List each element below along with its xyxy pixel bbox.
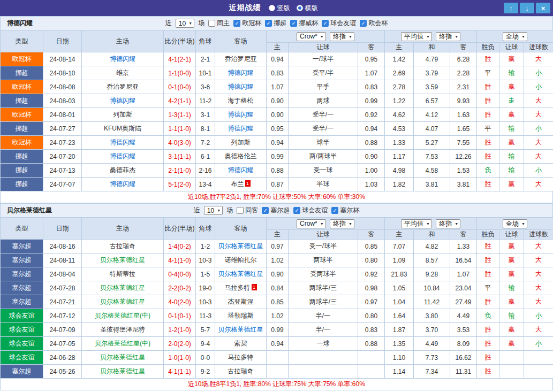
same-venue-filter[interactable]: 同主	[208, 19, 230, 28]
away-team-name[interactable]: 博德闪耀	[228, 166, 254, 174]
away-team-name[interactable]: 奥德格伦兰	[225, 152, 257, 160]
home-team[interactable]: 贝尔格莱德红星(中)	[82, 337, 164, 351]
checkbox-unchecked-icon[interactable]	[208, 20, 215, 27]
match-count-select[interactable]: 10▼	[204, 206, 223, 215]
away-team[interactable]: 贝尔格莱德红星	[215, 240, 267, 253]
home-team[interactable]: 桑德菲杰	[82, 164, 164, 178]
away-team[interactable]: 布兰1	[215, 178, 267, 191]
away-team[interactable]: 博德闪耀	[215, 164, 267, 178]
home-team[interactable]: 贝尔格莱德红星	[82, 281, 164, 295]
home-team[interactable]: 博德闪耀	[82, 94, 164, 108]
home-team[interactable]: KFUM奥斯陆	[82, 122, 164, 136]
league-filter[interactable]: 球会友谊	[293, 206, 328, 215]
away-team[interactable]: 马拉多特1	[215, 281, 267, 295]
scope-select[interactable]: 全场▼	[503, 219, 527, 228]
close-button[interactable]: ×	[536, 3, 550, 13]
away-team-name[interactable]: 诺维帕扎尔	[225, 256, 257, 264]
home-team[interactable]: 古拉瑞奇	[82, 240, 164, 253]
checkbox-checked-icon[interactable]	[360, 20, 367, 27]
away-team-name[interactable]: 塔勒瑞斯	[228, 312, 254, 319]
checkbox-checked-icon[interactable]	[265, 20, 272, 27]
away-team[interactable]: 海于格松	[215, 94, 267, 108]
scope-select[interactable]: 全场▼	[503, 32, 527, 41]
home-team[interactable]: 贝尔格莱德红星	[82, 295, 164, 309]
away-team-name[interactable]: 博德闪耀	[228, 111, 254, 118]
away-team-name[interactable]: 博德闪耀	[228, 83, 254, 90]
away-team[interactable]: 博德闪耀	[215, 122, 267, 136]
match-count-select[interactable]: 10▼	[176, 19, 194, 28]
home-team[interactable]: 贝尔格莱德红星	[82, 351, 164, 365]
away-team[interactable]: 贝尔格莱德红星	[215, 267, 267, 281]
same-venue-filter[interactable]: 同客	[237, 206, 258, 215]
average-source-select[interactable]: 平均值▼	[401, 32, 432, 41]
away-team[interactable]: 马拉多特	[215, 351, 267, 365]
home-team[interactable]: 维京	[82, 66, 164, 80]
away-team-name[interactable]: 博德闪耀	[228, 125, 254, 132]
result-handicap: 赢	[499, 295, 524, 309]
home-team[interactable]: 博德闪耀	[82, 136, 164, 150]
scroll-up-button[interactable]: ↑	[504, 3, 518, 13]
away-team[interactable]: 博德闪耀	[215, 66, 267, 80]
away-team-name[interactable]: 杰登斯涅	[228, 298, 254, 305]
away-team-name[interactable]: 贝尔格莱德红星	[218, 326, 263, 333]
away-team-name[interactable]: 贝尔格莱德红星	[218, 242, 263, 250]
home-team[interactable]: 贝尔格莱德红星	[82, 365, 164, 379]
home-team[interactable]: 列加斯	[82, 108, 164, 122]
away-team-name[interactable]: 马拉多特	[228, 353, 254, 361]
odds-company-select[interactable]: Crow*▼	[297, 219, 326, 228]
home-team[interactable]: 圣彼得堡泽尼特	[82, 323, 164, 337]
away-team[interactable]: 乔治罗尼亚	[215, 52, 267, 66]
away-team[interactable]: 索契	[215, 337, 267, 351]
home-team[interactable]: 博德闪耀	[82, 150, 164, 164]
away-team[interactable]: 列加斯	[215, 136, 267, 150]
league-filter[interactable]: 塞尔超	[262, 206, 290, 215]
checkbox-checked-icon[interactable]	[233, 20, 240, 27]
away-team-name[interactable]: 古拉瑞奇	[228, 367, 254, 375]
away-team-name[interactable]: 马拉多特	[225, 284, 251, 291]
home-team[interactable]: 乔治罗尼亚	[82, 80, 164, 94]
radio-selected-icon[interactable]	[297, 5, 303, 11]
away-team-name[interactable]: 博德闪耀	[228, 69, 254, 76]
away-team[interactable]: 博德闪耀	[215, 108, 267, 122]
away-team[interactable]: 塔勒瑞斯	[215, 309, 267, 323]
average-stage-select[interactable]: 终指▼	[436, 32, 460, 41]
away-team[interactable]: 诺维帕扎尔	[215, 253, 267, 267]
away-team[interactable]: 博德闪耀	[215, 80, 267, 94]
league-filter[interactable]: 挪威杯	[290, 19, 318, 28]
average-source-select[interactable]: 平均值▼	[401, 219, 432, 228]
layout-radio-horizontal[interactable]: 横版	[297, 4, 318, 13]
radio-unselected-icon[interactable]	[269, 5, 275, 11]
league-filter[interactable]: 欧冠杯	[233, 19, 261, 28]
home-team[interactable]: 贝尔格莱德红星	[82, 253, 164, 267]
odds-stage-select[interactable]: 终指▼	[330, 219, 354, 228]
home-team[interactable]: 贝尔格莱德红星(中)	[82, 309, 164, 323]
checkbox-checked-icon[interactable]	[322, 20, 329, 27]
odds-company-select[interactable]: Crow*▼	[297, 32, 326, 41]
scroll-down-button[interactable]: ↓	[520, 3, 534, 13]
league-filter[interactable]: 欧会杯	[360, 19, 388, 28]
away-team-name[interactable]: 乔治罗尼亚	[225, 55, 257, 63]
checkbox-checked-icon[interactable]	[262, 207, 269, 214]
checkbox-checked-icon[interactable]	[331, 207, 338, 214]
average-stage-select[interactable]: 终指▼	[436, 219, 460, 228]
away-team-name[interactable]: 列加斯	[231, 139, 251, 146]
away-team-name[interactable]: 海于格松	[228, 97, 254, 104]
away-team[interactable]: 古拉瑞奇	[215, 365, 267, 379]
odds-stage-select[interactable]: 终指▼	[330, 32, 354, 41]
league-filter[interactable]: 挪超	[265, 19, 286, 28]
away-team-name[interactable]: 索契	[234, 340, 247, 347]
league-filter[interactable]: 塞尔杯	[331, 206, 359, 215]
home-team[interactable]: 博德闪耀	[82, 52, 164, 66]
away-team[interactable]: 贝尔格莱德红星	[215, 323, 267, 337]
home-team[interactable]: 特斯蒂拉	[82, 267, 164, 281]
away-team-name[interactable]: 布兰	[231, 180, 244, 188]
away-team-name[interactable]: 贝尔格莱德红星	[218, 270, 263, 278]
league-filter[interactable]: 球会友谊	[322, 19, 356, 28]
away-team[interactable]: 奥德格伦兰	[215, 150, 267, 164]
checkbox-checked-icon[interactable]	[293, 207, 300, 214]
layout-radio-vertical[interactable]: 竖版	[269, 4, 290, 13]
checkbox-unchecked-icon[interactable]	[237, 207, 244, 214]
checkbox-checked-icon[interactable]	[290, 20, 297, 27]
away-team[interactable]: 杰登斯涅	[215, 295, 267, 309]
home-team[interactable]: 博德闪耀	[82, 178, 164, 191]
